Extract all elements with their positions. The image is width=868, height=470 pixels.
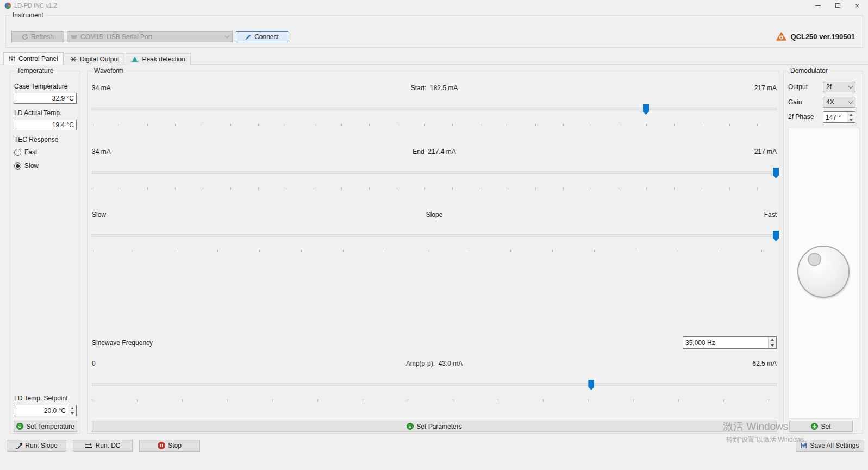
phase-knob[interactable] [797, 246, 850, 298]
sliders-icon [9, 55, 15, 62]
amp-slider-ticks [92, 399, 777, 402]
refresh-icon [22, 34, 28, 40]
run-dc-button[interactable]: Run: DC [73, 440, 133, 452]
connect-label: Connect [254, 33, 279, 41]
window-title: LD-PD INC v1.2 [14, 2, 57, 9]
end-slider[interactable] [92, 171, 777, 174]
start-max-label: 217 mA [754, 84, 777, 92]
phase-label: 2f Phase [788, 113, 814, 121]
ld-actual-temp-field[interactable]: 19.4 °C [14, 120, 77, 130]
end-slider-thumb[interactable] [773, 168, 779, 178]
sinewave-frequency-value: 35,000 Hz [683, 339, 768, 347]
demodulator-group: Demodulator Output 2f Gain 4X 2f Phase 1… [783, 71, 863, 434]
tec-slow-radio[interactable]: Slow [14, 162, 39, 170]
set-temperature-button[interactable]: Set Temperature [14, 421, 77, 432]
start-value-label: Start: 182.5 mA [411, 84, 458, 92]
qcl-logo-icon [776, 32, 786, 41]
set-parameters-button[interactable]: Set Parameters [92, 421, 777, 432]
down-arrow-icon[interactable] [68, 411, 76, 416]
device-version-text: QCL250 ver.190501 [790, 33, 855, 41]
case-temp-field[interactable]: 32.9 °C [14, 93, 77, 104]
connect-button[interactable]: Connect [236, 31, 288, 42]
tab-peak-detection[interactable]: Peak detection [126, 53, 190, 65]
temperature-group: Temperature Case Temperature 32.9 °C LD … [10, 71, 80, 434]
tec-fast-label: Fast [24, 148, 37, 156]
start-slider-labels: 34 mA Start: 182.5 mA 217 mA [92, 84, 777, 92]
refresh-label: Refresh [31, 33, 54, 41]
amp-max-label: 62.5 mA [752, 360, 777, 367]
gain-label: Gain [788, 98, 802, 106]
demodulator-group-label: Demodulator [788, 67, 830, 74]
maximize-button[interactable] [829, 0, 846, 11]
waveform-group: Waveform 34 mA Start: 182.5 mA 217 mA 34… [87, 71, 779, 434]
set-demodulator-label: Set [821, 423, 830, 430]
tec-fast-radio[interactable]: Fast [14, 148, 37, 156]
stepper-arrows[interactable] [847, 112, 855, 122]
start-slider-thumb[interactable] [643, 104, 649, 115]
knob-indicator-dot [808, 253, 821, 266]
radio-checked-icon [14, 162, 21, 170]
output-select[interactable]: 2f [823, 82, 855, 92]
start-slider[interactable] [92, 108, 777, 110]
up-arrow-icon[interactable] [68, 405, 76, 411]
end-slider-ticks [92, 187, 777, 190]
dc-arrows-icon [85, 443, 92, 449]
case-temp-label: Case Temperature [14, 83, 68, 90]
amp-min-label: 0 [92, 360, 96, 367]
slope-slider-thumb[interactable] [773, 231, 779, 241]
amp-slider[interactable] [92, 383, 777, 386]
slope-center-label: Slope [426, 211, 443, 218]
sinewave-frequency-stepper[interactable]: 35,000 Hz [683, 336, 777, 349]
run-slope-button[interactable]: Run: Slope [7, 440, 66, 452]
slope-max-label: Fast [764, 211, 777, 218]
device-badge: QCL250 ver.190501 [776, 32, 855, 41]
set-temperature-label: Set Temperature [26, 423, 74, 430]
peak-icon [131, 56, 139, 62]
amp-slider-thumb[interactable] [588, 380, 594, 390]
down-arrow-icon[interactable] [847, 117, 855, 122]
set-green-icon [811, 423, 818, 430]
set-parameters-label: Set Parameters [416, 423, 461, 430]
slope-slider[interactable] [92, 234, 777, 237]
minimize-button[interactable] [810, 0, 826, 11]
ld-setpoint-stepper[interactable]: 20.0 °C [14, 405, 77, 416]
end-min-label: 34 mA [92, 148, 111, 155]
up-arrow-icon[interactable] [847, 112, 855, 117]
run-dc-label: Run: DC [95, 442, 120, 449]
save-all-settings-button[interactable]: Save All Settings [796, 440, 864, 452]
maximize-icon [835, 3, 840, 8]
end-value-label: End 217.4 mA [413, 148, 455, 155]
up-arrow-icon[interactable] [769, 337, 776, 343]
stop-button[interactable]: Stop [139, 440, 200, 452]
titlebar: LD-PD INC v1.2 × [0, 0, 868, 11]
knob-panel [788, 128, 859, 419]
stepper-arrows[interactable] [68, 405, 76, 416]
set-demodulator-button[interactable]: Set [789, 421, 853, 432]
close-button[interactable]: × [849, 0, 865, 11]
waveform-group-label: Waveform [92, 67, 126, 74]
start-min-label: 34 mA [92, 84, 111, 92]
tab-digital-output[interactable]: Digital Output [65, 53, 125, 65]
ld-setpoint-value: 20.0 °C [14, 407, 68, 415]
com-port-select[interactable]: COM15: USB Serial Port [67, 31, 233, 42]
run-slope-label: Run: Slope [25, 442, 57, 449]
refresh-button[interactable]: Refresh [11, 31, 64, 42]
digital-output-icon [70, 56, 77, 62]
stepper-arrows[interactable] [768, 337, 776, 348]
sinewave-frequency-label: Sinewave Frequency [92, 339, 153, 347]
ld-setpoint-label: LD Temp. Setpoint [14, 394, 68, 402]
ld-actual-temp-value: 19.4 °C [14, 121, 76, 129]
phase-stepper[interactable]: 147 ° [823, 111, 855, 123]
slope-min-label: Slow [92, 211, 106, 218]
tab-control-panel[interactable]: Control Panel [3, 52, 64, 65]
gain-select[interactable]: 4X [823, 97, 855, 108]
tab-peak-detection-label: Peak detection [142, 55, 185, 63]
end-max-label: 217 mA [754, 148, 777, 155]
down-arrow-icon[interactable] [769, 343, 776, 348]
start-slider-ticks [92, 124, 777, 126]
set-green-icon [407, 423, 414, 430]
ld-actual-temp-label: LD Actual Temp. [14, 109, 61, 117]
minimize-icon [815, 5, 821, 6]
gain-value: 4X [826, 98, 847, 106]
save-all-settings-label: Save All Settings [810, 442, 859, 449]
